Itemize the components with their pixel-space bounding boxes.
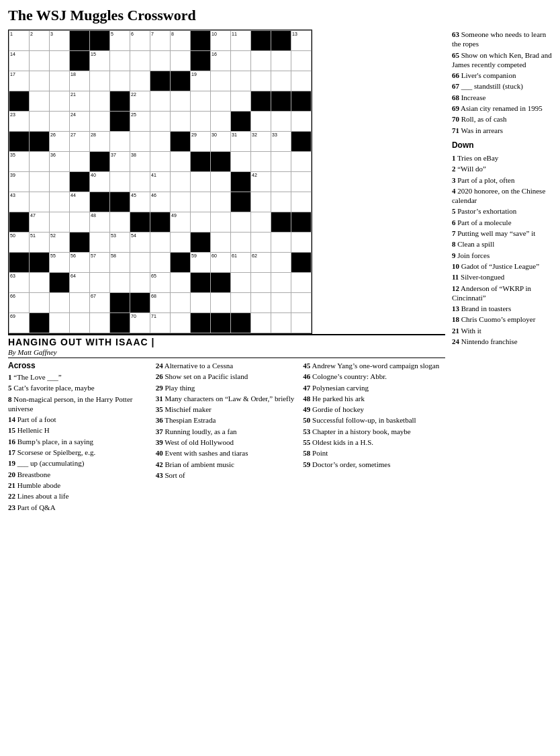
cell-7-10 bbox=[211, 172, 231, 192]
clue-item: 31 Many characters on “Law & Order,” bri… bbox=[156, 394, 298, 403]
cell-6-7 bbox=[150, 152, 171, 172]
cell-12-7: 65 bbox=[150, 273, 171, 293]
cell-2-8 bbox=[171, 71, 191, 91]
cell-5-7 bbox=[150, 132, 171, 152]
cell-13-7: 68 bbox=[150, 293, 171, 313]
cell-number-11-2: 55 bbox=[50, 253, 56, 258]
cell-9-0 bbox=[9, 212, 30, 233]
cell-0-2: 3 bbox=[50, 31, 70, 51]
cell-number-0-7: 7 bbox=[151, 32, 154, 36]
cell-number-5-4: 28 bbox=[91, 132, 96, 137]
clue-item: 46 Cologne’s country: Abbr. bbox=[303, 372, 445, 381]
cell-1-13 bbox=[271, 51, 291, 71]
clue-item: 11 Silver-tongued bbox=[452, 272, 556, 282]
clue-number: 70 bbox=[452, 115, 459, 123]
cell-10-0: 50 bbox=[9, 233, 30, 253]
clue-item: 39 West of old Hollywood bbox=[156, 437, 298, 447]
cell-3-3: 21 bbox=[70, 91, 90, 112]
cell-5-8 bbox=[171, 132, 191, 152]
cell-1-4: 15 bbox=[90, 51, 110, 71]
clue-item: 71 Was in arrears bbox=[452, 126, 556, 135]
cell-9-8: 49 bbox=[171, 212, 191, 233]
cell-10-3 bbox=[70, 233, 90, 253]
cell-number-9-1: 47 bbox=[30, 213, 36, 218]
across-clues-1: 1 “The Love ___”5 Cat’s favorite place, … bbox=[8, 372, 150, 512]
cell-4-3: 24 bbox=[70, 112, 90, 132]
cell-number-10-2: 52 bbox=[50, 233, 56, 238]
cell-number-12-7: 65 bbox=[151, 274, 156, 278]
cell-6-9 bbox=[191, 152, 211, 172]
clue-number: 68 bbox=[452, 93, 459, 101]
cell-3-5 bbox=[110, 91, 130, 112]
cell-2-0: 17 bbox=[9, 71, 30, 91]
cell-number-0-11: 11 bbox=[232, 32, 237, 36]
cell-5-5 bbox=[110, 132, 130, 152]
cell-9-4: 48 bbox=[90, 212, 110, 233]
cell-0-8: 8 bbox=[171, 31, 191, 51]
cell-14-9 bbox=[191, 313, 211, 333]
cell-number-11-9: 59 bbox=[191, 253, 197, 258]
cell-number-11-10: 60 bbox=[212, 253, 217, 258]
cell-11-3: 56 bbox=[70, 253, 90, 273]
cell-1-5 bbox=[110, 51, 130, 71]
clue-item: 21 With it bbox=[452, 326, 556, 335]
clue-item: 68 Increase bbox=[452, 93, 556, 102]
cell-number-9-4: 48 bbox=[91, 213, 96, 218]
clue-item: 1 “The Love ___” bbox=[8, 372, 150, 382]
cell-6-12 bbox=[251, 152, 271, 172]
cell-10-10 bbox=[211, 233, 231, 253]
cell-number-5-12: 32 bbox=[252, 132, 257, 137]
cell-7-11 bbox=[231, 172, 251, 192]
cell-6-10 bbox=[211, 152, 231, 172]
clue-number: 42 bbox=[156, 460, 163, 468]
clue-item: 24 Nintendo franchise bbox=[452, 337, 556, 346]
cell-10-12 bbox=[251, 233, 271, 253]
cell-11-10: 60 bbox=[211, 253, 231, 273]
cell-0-6: 6 bbox=[130, 31, 150, 51]
clue-number: 5 bbox=[8, 384, 12, 392]
cell-11-5: 58 bbox=[110, 253, 130, 273]
cell-number-8-3: 44 bbox=[71, 193, 76, 198]
cell-14-8 bbox=[171, 313, 191, 333]
cell-14-4 bbox=[90, 313, 110, 333]
clue-number: 22 bbox=[8, 492, 15, 500]
clue-number: 7 bbox=[452, 229, 456, 237]
clue-number: 29 bbox=[156, 384, 163, 392]
clue-item: 37 Running loudly, as a fan bbox=[156, 427, 298, 436]
cell-13-5 bbox=[110, 293, 130, 313]
page-title: The WSJ Muggles Crossword bbox=[8, 7, 552, 24]
clue-item: 63 Someone who needs to learn the ropes bbox=[452, 30, 556, 49]
cell-14-10 bbox=[211, 313, 231, 333]
cell-14-14 bbox=[291, 313, 312, 333]
cell-10-4 bbox=[90, 233, 110, 253]
cell-7-13 bbox=[271, 172, 291, 192]
clue-number: 35 bbox=[156, 405, 163, 413]
cell-11-13 bbox=[271, 253, 291, 273]
clue-item: 66 Liver's companion bbox=[452, 71, 556, 80]
cell-3-11 bbox=[231, 91, 251, 112]
cell-0-13 bbox=[271, 31, 291, 51]
right-clues-panel: 63 Someone who needs to learn the ropes6… bbox=[452, 30, 556, 513]
cell-8-4 bbox=[90, 192, 110, 212]
cell-number-10-0: 50 bbox=[10, 233, 15, 238]
cell-number-11-12: 62 bbox=[252, 253, 257, 258]
cell-4-8 bbox=[171, 112, 191, 132]
cell-7-1 bbox=[30, 172, 50, 192]
cell-4-11 bbox=[231, 112, 251, 132]
cell-8-13 bbox=[271, 192, 291, 212]
clue-number: 66 bbox=[452, 71, 459, 79]
cell-4-6: 25 bbox=[130, 112, 150, 132]
cell-8-12 bbox=[251, 192, 271, 212]
cell-number-10-5: 53 bbox=[111, 233, 116, 238]
cell-10-6: 54 bbox=[130, 233, 150, 253]
clue-number: 36 bbox=[156, 416, 163, 424]
across-header: Across bbox=[8, 361, 150, 370]
cell-number-4-0: 23 bbox=[10, 112, 15, 117]
cell-number-2-3: 18 bbox=[71, 72, 76, 77]
cell-8-0: 43 bbox=[9, 192, 30, 212]
cell-2-9: 19 bbox=[191, 71, 211, 91]
cell-11-9: 59 bbox=[191, 253, 211, 273]
cell-number-6-2: 36 bbox=[50, 153, 56, 157]
clue-item: 21 Humble abode bbox=[8, 480, 150, 490]
cell-number-5-10: 30 bbox=[212, 132, 217, 137]
